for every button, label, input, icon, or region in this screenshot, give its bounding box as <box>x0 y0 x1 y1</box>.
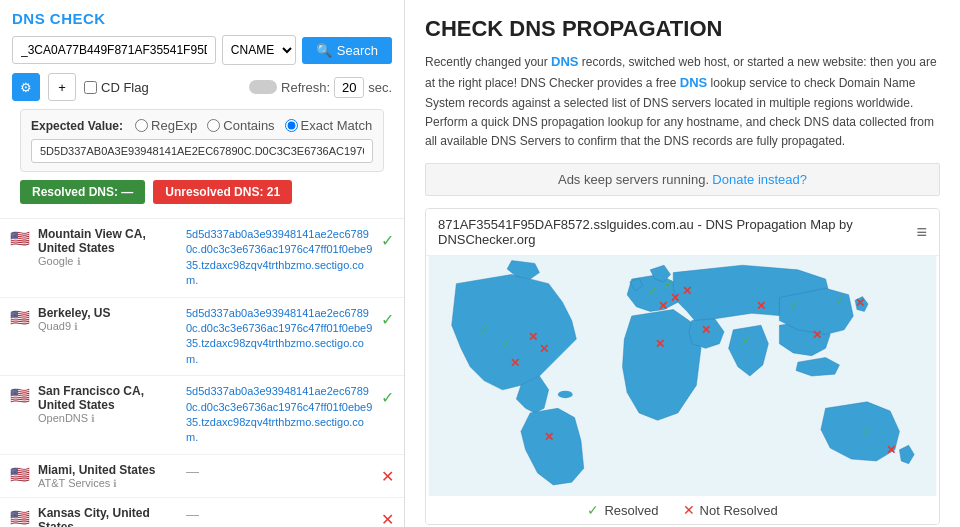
cd-flag-label[interactable]: CD Flag <box>84 80 149 95</box>
dns-check-header: DNS CHECK CNAME A AAAA MX NS TXT SOA CAA… <box>0 0 404 218</box>
map-marker-resolved-4: ✓ <box>664 277 674 291</box>
dns-value: — <box>186 463 373 481</box>
map-marker-unresolved-3: ✕ <box>539 342 549 356</box>
legend-resolved: ✓ Resolved <box>587 502 658 518</box>
dns-list-item: 🇺🇸 San Francisco CA, United States OpenD… <box>0 376 404 455</box>
radio-group: RegExp Contains Exact Match <box>135 118 372 133</box>
filter-icon-btn[interactable]: ⚙ <box>12 73 40 101</box>
refresh-toggle[interactable] <box>249 80 277 94</box>
map-marker-unresolved-12: ✕ <box>855 296 865 310</box>
regexp-radio-input[interactable] <box>135 119 148 132</box>
dns-check-title: DNS CHECK <box>12 10 392 27</box>
map-marker-unresolved-13: ✕ <box>886 444 896 458</box>
info-icon[interactable]: ℹ <box>91 413 95 424</box>
legend-not-resolved: ✕ Not Resolved <box>683 502 778 518</box>
dns-value: 5d5d337ab0a3e93948141ae2ec67890c.d0c3c3e… <box>186 306 373 368</box>
dns-value: — <box>186 506 373 524</box>
map-menu-icon[interactable]: ≡ <box>916 222 927 243</box>
expected-row: Expected Value: RegExp Contains Exact Ma… <box>31 118 373 133</box>
map-marker-unresolved-8: ✕ <box>655 337 665 351</box>
dns-highlight-2: DNS <box>680 75 707 90</box>
map-marker-resolved-7: ✓ <box>743 333 753 347</box>
map-marker-unresolved-11: ✕ <box>812 328 822 342</box>
exact-match-radio-input[interactable] <box>285 119 298 132</box>
info-icon[interactable]: ℹ <box>77 256 81 267</box>
contains-radio-input[interactable] <box>207 119 220 132</box>
unresolved-cross-icon: ✕ <box>381 467 394 486</box>
provider-name: OpenDNS ℹ <box>38 412 178 424</box>
dns-location: Mountain View CA, United States Google ℹ <box>38 227 178 267</box>
propagation-title: CHECK DNS PROPAGATION <box>425 16 940 42</box>
ads-bar: Ads keep servers running. Donate instead… <box>425 163 940 196</box>
unresolved-cross-icon: ✕ <box>381 510 394 527</box>
legend-check-icon: ✓ <box>587 502 599 518</box>
search-input[interactable] <box>12 36 216 64</box>
dns-list-item: 🇺🇸 Kansas City, United States WholeSale … <box>0 498 404 527</box>
refresh-group: Refresh: sec. <box>249 77 392 98</box>
map-marker-resolved-2: ✓ <box>479 324 489 338</box>
country-flag: 🇺🇸 <box>10 308 30 327</box>
map-marker-unresolved-6: ✕ <box>658 299 668 313</box>
world-map-svg: ✓ ✓ ✓ ✓ ✓ ✓ ✓ ✓ ✕ ✕ ✕ ✕ ✕ ✕ <box>426 256 939 496</box>
left-panel: DNS CHECK CNAME A AAAA MX NS TXT SOA CAA… <box>0 0 405 527</box>
dns-list-item: 🇺🇸 Miami, United States AT&T Services ℹ … <box>0 455 404 498</box>
search-button[interactable]: 🔍 Search <box>302 37 392 64</box>
refresh-interval-input[interactable] <box>334 77 364 98</box>
country-flag: 🇺🇸 <box>10 386 30 405</box>
map-marker-unresolved-5: ✕ <box>671 291 681 305</box>
location-name: Berkeley, US <box>38 306 178 320</box>
location-name: San Francisco CA, United States <box>38 384 178 412</box>
dns-value: 5d5d337ab0a3e93948141ae2ec67890c.d0c3c3e… <box>186 384 373 446</box>
donate-link[interactable]: Donate instead? <box>712 172 807 187</box>
dns-location: San Francisco CA, United States OpenDNS … <box>38 384 178 424</box>
record-type-select[interactable]: CNAME A AAAA MX NS TXT SOA CAA <box>222 35 296 65</box>
cd-flag-checkbox[interactable] <box>84 81 97 94</box>
contains-radio[interactable]: Contains <box>207 118 274 133</box>
plus-icon-btn[interactable]: + <box>48 73 76 101</box>
expected-section: Expected Value: RegExp Contains Exact Ma… <box>20 109 384 172</box>
right-panel: CHECK DNS PROPAGATION Recently changed y… <box>405 0 960 527</box>
map-marker-unresolved-10: ✕ <box>756 299 766 313</box>
map-marker-resolved-1: ✓ <box>501 337 511 351</box>
provider-name: Google ℹ <box>38 255 178 267</box>
country-flag: 🇺🇸 <box>10 508 30 527</box>
map-section: 871AF35541F95DAF8572.sslguides.com.au - … <box>425 208 940 525</box>
plus-icon: + <box>58 80 66 95</box>
map-title: 871AF35541F95DAF8572.sslguides.com.au - … <box>438 217 916 247</box>
map-header: 871AF35541F95DAF8572.sslguides.com.au - … <box>426 209 939 256</box>
map-marker-resolved-3: ✓ <box>648 284 658 298</box>
map-marker-resolved-5: ✓ <box>789 299 799 313</box>
dns-location: Kansas City, United States WholeSale Int… <box>38 506 178 527</box>
info-icon[interactable]: ℹ <box>113 478 117 489</box>
regexp-radio[interactable]: RegExp <box>135 118 197 133</box>
map-marker-unresolved-9: ✕ <box>701 324 711 338</box>
dns-location: Miami, United States AT&T Services ℹ <box>38 463 178 489</box>
map-marker-unresolved-1: ✕ <box>528 330 538 344</box>
map-container: ✓ ✓ ✓ ✓ ✓ ✓ ✓ ✓ ✕ ✕ ✕ ✕ ✕ ✕ <box>426 256 939 496</box>
resolved-check-icon: ✓ <box>381 231 394 250</box>
map-legend: ✓ Resolved ✕ Not Resolved <box>426 496 939 524</box>
dns-highlight-1: DNS <box>551 54 578 69</box>
map-marker-unresolved-2: ✕ <box>510 356 520 370</box>
map-marker-resolved-6: ✓ <box>835 293 845 307</box>
dns-list-item: 🇺🇸 Mountain View CA, United States Googl… <box>0 219 404 298</box>
dns-location: Berkeley, US Quad9 ℹ <box>38 306 178 332</box>
propagation-description: Recently changed your DNS records, switc… <box>425 52 940 151</box>
info-icon[interactable]: ℹ <box>74 321 78 332</box>
dns-results-list: 🇺🇸 Mountain View CA, United States Googl… <box>0 218 404 527</box>
location-name: Miami, United States <box>38 463 178 477</box>
map-marker-unresolved-7: ✕ <box>683 284 693 298</box>
map-marker-resolved-8: ✓ <box>861 425 871 439</box>
resolved-check-icon: ✓ <box>381 310 394 329</box>
exact-match-radio[interactable]: Exact Match <box>285 118 373 133</box>
map-marker-unresolved-4: ✕ <box>544 430 554 444</box>
filter-icon: ⚙ <box>20 80 32 95</box>
provider-name: Quad9 ℹ <box>38 320 178 332</box>
expected-value-input[interactable] <box>31 139 373 163</box>
country-flag: 🇺🇸 <box>10 229 30 248</box>
location-name: Mountain View CA, United States <box>38 227 178 255</box>
dns-list-item: 🇺🇸 Berkeley, US Quad9 ℹ 5d5d337ab0a3e939… <box>0 298 404 377</box>
dns-value: 5d5d337ab0a3e93948141ae2ec67890c.d0c3c3e… <box>186 227 373 289</box>
search-row: CNAME A AAAA MX NS TXT SOA CAA 🔍 Search <box>12 35 392 65</box>
search-icon: 🔍 <box>316 43 332 58</box>
